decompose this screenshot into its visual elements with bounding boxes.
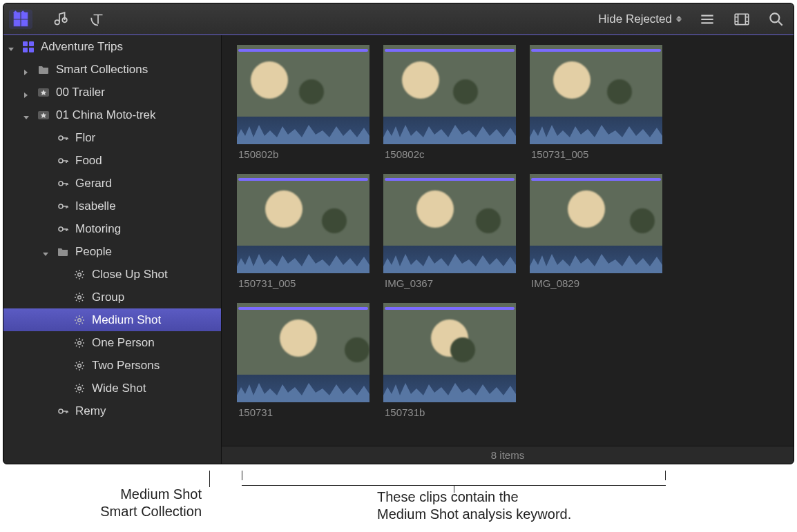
svg-point-17 — [78, 318, 81, 322]
sidebar-item[interactable]: One Person — [3, 331, 221, 354]
sidebar-item[interactable]: Group — [3, 286, 221, 308]
folder-icon — [37, 63, 50, 76]
sidebar-item-label: Remy — [75, 404, 106, 418]
sidebar-item-label: Wide Shot — [92, 382, 146, 395]
clip-thumbnail[interactable] — [530, 45, 662, 117]
sidebar-item[interactable]: 01 China Moto-trek — [3, 104, 221, 126]
sidebar-item-label: Group — [92, 290, 124, 304]
toolbar: Hide Rejected — [3, 3, 794, 35]
clip-name: 150802c — [383, 144, 516, 160]
svg-point-13 — [59, 204, 63, 208]
sidebar-item-label: Close Up Shot — [92, 268, 168, 282]
sidebar-item-label: Two Persons — [92, 359, 160, 373]
clip-item[interactable]: 150802b — [237, 45, 369, 160]
chevron-updown-icon — [676, 16, 682, 22]
callout-left: Medium Shot Smart Collection — [57, 486, 202, 520]
gear-icon — [73, 268, 86, 281]
clips-area[interactable]: 150802b150802c150731_005150731_005IMG_03… — [222, 35, 794, 446]
keyword-marker — [385, 49, 515, 52]
item-count: 8 items — [491, 449, 524, 461]
clip-name: IMG_0829 — [530, 273, 662, 289]
libraries-sidebar[interactable]: Adventure Trips Smart Collections00 Trai… — [3, 35, 222, 464]
library-browser-icon[interactable] — [9, 10, 32, 29]
disclosure-triangle-icon[interactable] — [23, 111, 31, 119]
sidebar-item-label: Isabelle — [75, 199, 116, 213]
clip-filter-popup[interactable]: Hide Rejected — [595, 10, 684, 28]
clip-name: IMG_0367 — [383, 273, 516, 289]
svg-point-14 — [59, 227, 63, 231]
clip-item[interactable]: IMG_0367 — [383, 174, 516, 289]
sidebar-item-label: Motoring — [75, 222, 121, 236]
sidebar-item-label: 00 Trailer — [56, 86, 105, 99]
clip-thumbnail[interactable] — [383, 45, 516, 117]
disclosure-triangle-icon[interactable] — [42, 248, 50, 256]
sidebar-item[interactable]: Medium Shot — [3, 308, 221, 331]
svg-point-10 — [59, 136, 63, 140]
keyword-marker — [385, 307, 515, 310]
clip-item[interactable]: IMG_0829 — [530, 174, 662, 289]
clip-item[interactable]: 150731 — [237, 303, 369, 418]
svg-point-18 — [78, 341, 81, 344]
library-name: Adventure Trips — [41, 40, 123, 54]
sidebar-item[interactable]: People — [3, 240, 221, 263]
key-icon — [56, 223, 70, 235]
clip-thumbnail[interactable] — [383, 303, 516, 375]
clip-thumbnail[interactable] — [237, 303, 369, 375]
folder-icon — [56, 246, 70, 258]
sidebar-item-label: People — [75, 245, 112, 259]
gear-icon — [73, 337, 86, 349]
svg-rect-7 — [29, 48, 34, 52]
list-view-icon[interactable] — [695, 10, 719, 29]
clip-item[interactable]: 150731b — [383, 303, 516, 418]
keyword-marker — [531, 178, 661, 181]
sidebar-item[interactable]: Wide Shot — [3, 377, 221, 400]
svg-point-11 — [59, 159, 63, 163]
disclosure-triangle-icon[interactable] — [8, 43, 16, 51]
audio-browser-icon[interactable] — [48, 10, 71, 29]
clip-item[interactable]: 150731_005 — [237, 174, 369, 289]
clip-name: 150731_005 — [530, 144, 662, 160]
sidebar-item[interactable]: Isabelle — [3, 195, 221, 217]
search-icon[interactable] — [765, 10, 788, 29]
sidebar-item-label: Food — [75, 154, 102, 168]
sidebar-item[interactable]: Two Persons — [3, 354, 221, 377]
app-window: Hide Rejected Ad — [3, 3, 794, 464]
key-icon — [56, 177, 70, 190]
audio-waveform — [237, 246, 369, 273]
key-icon — [56, 405, 70, 417]
clip-thumbnail[interactable] — [237, 174, 369, 246]
sidebar-item[interactable]: Remy — [3, 400, 221, 422]
sidebar-item-label: Flor — [75, 131, 95, 145]
disclosure-triangle-icon[interactable] — [23, 66, 31, 74]
library-row[interactable]: Adventure Trips — [3, 35, 221, 58]
clip-item[interactable]: 150731_005 — [530, 45, 662, 160]
sidebar-item-label: One Person — [92, 336, 155, 350]
keyword-marker — [385, 178, 515, 181]
clip-name: 150802b — [237, 144, 369, 160]
audio-waveform — [383, 375, 516, 402]
sidebar-item[interactable]: Gerard — [3, 172, 221, 195]
sidebar-item[interactable]: Smart Collections — [3, 58, 221, 81]
clip-name: 150731_005 — [237, 273, 369, 289]
sidebar-item-label: Gerard — [75, 177, 112, 190]
svg-point-20 — [78, 386, 81, 390]
clip-thumbnail[interactable] — [383, 174, 516, 246]
audio-waveform — [383, 117, 516, 144]
browser-footer: 8 items — [222, 446, 794, 464]
key-icon — [56, 155, 70, 167]
sidebar-item[interactable]: Flor — [3, 126, 221, 149]
sidebar-item[interactable]: Food — [3, 149, 221, 172]
titles-browser-icon[interactable] — [86, 10, 110, 29]
clip-thumbnail[interactable] — [237, 45, 369, 117]
clip-thumbnail[interactable] — [530, 174, 662, 246]
filmstrip-view-icon[interactable] — [730, 10, 753, 29]
sidebar-item[interactable]: Motoring — [3, 217, 221, 240]
key-icon — [56, 200, 70, 213]
gear-icon — [73, 314, 86, 326]
sidebar-item[interactable]: 00 Trailer — [3, 81, 221, 104]
clip-name: 150731 — [237, 402, 369, 418]
sidebar-item[interactable]: Close Up Shot — [3, 263, 221, 286]
clip-item[interactable]: 150802c — [383, 45, 516, 160]
audio-waveform — [383, 246, 516, 273]
disclosure-triangle-icon[interactable] — [23, 88, 31, 97]
